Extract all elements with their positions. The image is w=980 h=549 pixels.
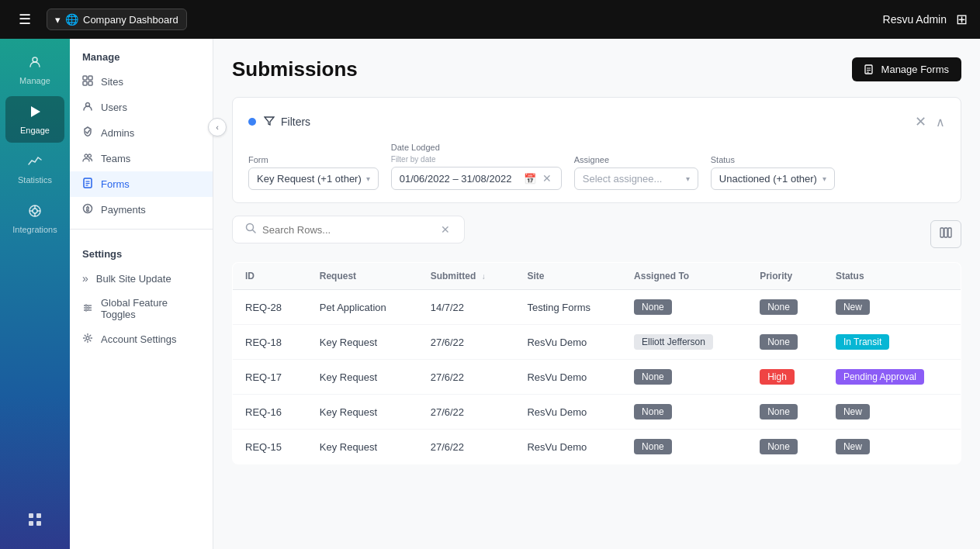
cell-submitted: 14/7/22 <box>418 290 515 325</box>
form-filter-value: Key Request (+1 other) <box>257 173 362 185</box>
filter-icon <box>264 116 275 129</box>
manage-icon <box>27 54 43 74</box>
cell-status: New <box>823 430 961 464</box>
nav-item-admins[interactable]: Admins <box>70 120 213 146</box>
cell-id: REQ-18 <box>233 325 307 360</box>
cell-id: REQ-15 <box>233 430 307 464</box>
svg-rect-10 <box>29 521 33 526</box>
sidebar-collapse-button[interactable]: ‹ <box>208 118 227 136</box>
hamburger-button[interactable]: ☰ <box>12 8 37 31</box>
cell-site: Testing Forms <box>514 290 622 325</box>
forms-icon <box>82 178 93 191</box>
col-request: Request <box>307 263 418 290</box>
cell-id: REQ-16 <box>233 395 307 430</box>
nav-item-global-feature[interactable]: Global Feature Toggles <box>70 291 213 326</box>
col-submitted[interactable]: Submitted ↓ <box>418 263 515 290</box>
nav-item-teams[interactable]: Teams <box>70 146 213 171</box>
cell-request: Key Request <box>307 395 418 430</box>
cell-submitted: 27/6/22 <box>418 325 515 360</box>
form-filter-select[interactable]: Key Request (+1 other) ▾ <box>248 167 379 190</box>
cell-priority: High <box>747 360 823 395</box>
date-filter-clear-button[interactable]: ✕ <box>541 172 553 185</box>
svg-rect-12 <box>83 76 87 80</box>
cell-id: REQ-17 <box>233 360 307 395</box>
search-icon <box>245 223 256 237</box>
clear-all-filters-button[interactable]: ✕ <box>912 110 930 133</box>
calendar-icon: 📅 <box>524 173 536 185</box>
manage-forms-label: Manage Forms <box>881 64 949 75</box>
grid-icon <box>27 512 43 529</box>
sidebar-item-engage[interactable]: Engage <box>5 96 64 143</box>
date-filter-input[interactable]: 01/06/2022 – 31/08/2022 📅 ✕ <box>391 167 562 190</box>
sidebar-item-manage[interactable]: Manage <box>5 47 64 93</box>
table-row[interactable]: REQ-18 Key Request 27/6/22 ResVu Demo El… <box>233 325 961 360</box>
svg-rect-37 <box>940 228 944 237</box>
page-title: Submissions <box>232 57 358 81</box>
users-icon <box>82 101 93 114</box>
search-input[interactable] <box>262 224 433 236</box>
table-row[interactable]: REQ-17 Key Request 27/6/22 ResVu Demo No… <box>233 360 961 395</box>
expand-icon[interactable]: ⊞ <box>956 11 968 28</box>
cell-request: Key Request <box>307 360 418 395</box>
sidebar-item-grid[interactable] <box>5 504 64 537</box>
svg-line-36 <box>253 230 256 233</box>
filter-active-dot <box>248 118 256 126</box>
svg-rect-39 <box>948 228 951 237</box>
nav-item-bulk-site[interactable]: » Bulk Site Update <box>70 266 213 291</box>
nav-item-global-feature-label: Global Feature Toggles <box>101 297 200 320</box>
top-nav-right: Resvu Admin ⊞ <box>883 11 968 28</box>
company-selector[interactable]: ▾ 🌐 Company Dashboard <box>47 9 187 30</box>
sidebar-item-statistics[interactable]: Statistics <box>5 146 64 192</box>
table-row[interactable]: REQ-28 Pet Application 14/7/22 Testing F… <box>233 290 961 325</box>
chevron-down-icon: ▾ <box>55 14 61 26</box>
nav-item-forms[interactable]: Forms <box>70 171 213 197</box>
assignee-filter-label: Assignee <box>574 155 698 164</box>
filters-title: Filters <box>264 116 310 129</box>
cell-assigned-to: None <box>622 290 747 325</box>
assignee-filter-placeholder: Select assignee... <box>583 173 663 185</box>
columns-toggle-button[interactable] <box>930 220 961 248</box>
status-filter-label: Status <box>711 155 835 164</box>
date-filter-group: Date Lodged Filter by date 01/06/2022 – … <box>391 143 562 190</box>
nav-item-users-label: Users <box>101 102 127 113</box>
nav-item-account-settings[interactable]: Account Settings <box>70 326 213 352</box>
nav-item-sites[interactable]: Sites <box>70 69 213 95</box>
svg-rect-15 <box>88 81 92 85</box>
nav-item-bulk-site-label: Bulk Site Update <box>96 273 171 285</box>
col-priority: Priority <box>747 263 823 290</box>
bulk-site-icon: » <box>82 272 88 285</box>
table-body: REQ-28 Pet Application 14/7/22 Testing F… <box>233 290 961 464</box>
nav-divider <box>70 229 213 230</box>
cell-assigned-to: None <box>622 430 747 464</box>
table-row[interactable]: REQ-15 Key Request 27/6/22 ResVu Demo No… <box>233 430 961 464</box>
sidebar-item-integrations[interactable]: Integrations <box>5 195 64 242</box>
nav-item-users[interactable]: Users <box>70 95 213 120</box>
cell-request: Pet Application <box>307 290 418 325</box>
assignee-filter-select[interactable]: Select assignee... ▾ <box>574 167 698 190</box>
table-row[interactable]: REQ-16 Key Request 27/6/22 ResVu Demo No… <box>233 395 961 430</box>
sites-icon <box>82 75 93 88</box>
company-name: Company Dashboard <box>83 14 178 26</box>
date-filter-sublabel: Filter by date <box>391 155 562 164</box>
nav-item-payments[interactable]: Payments <box>70 197 213 223</box>
settings-section-title: Settings <box>70 236 213 266</box>
cell-priority: None <box>747 325 823 360</box>
cell-status: New <box>823 290 961 325</box>
search-clear-button[interactable]: ✕ <box>439 223 452 236</box>
filters-collapse-icon[interactable]: ∧ <box>936 115 945 129</box>
status-filter-chevron: ▾ <box>822 174 826 183</box>
statistics-icon <box>27 154 43 173</box>
filters-row: Form Key Request (+1 other) ▾ Date Lodge… <box>248 143 945 190</box>
sidebar-item-statistics-label: Statistics <box>18 175 52 185</box>
cell-assigned-to: None <box>622 395 747 430</box>
manage-forms-button[interactable]: Manage Forms <box>852 57 961 81</box>
col-site: Site <box>514 263 622 290</box>
teams-icon <box>82 152 93 165</box>
status-filter-select[interactable]: Unactioned (+1 other) ▾ <box>711 167 835 190</box>
svg-point-0 <box>33 57 37 62</box>
global-feature-icon <box>82 302 93 316</box>
assignee-filter-group: Assignee Select assignee... ▾ <box>574 155 698 190</box>
nav-sidebar: Manage Sites Users <box>70 39 213 549</box>
cell-id: REQ-28 <box>233 290 307 325</box>
engage-icon <box>27 104 43 123</box>
